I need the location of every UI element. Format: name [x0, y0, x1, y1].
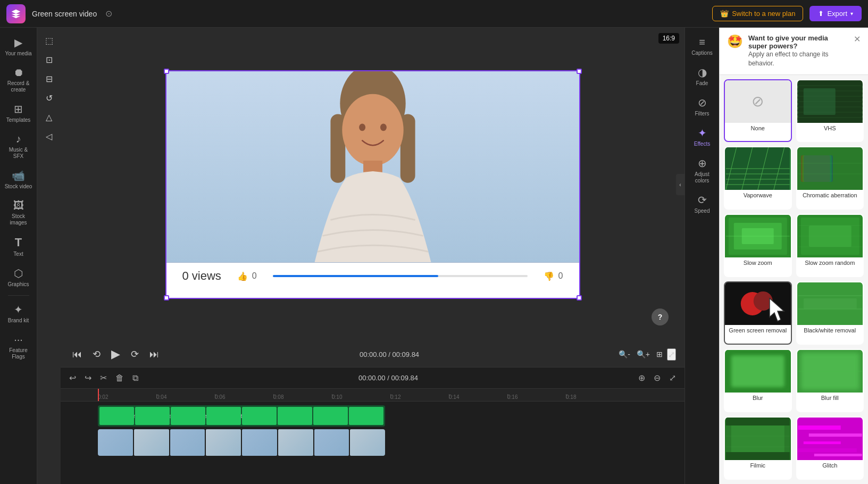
cut-button[interactable]: ✂: [98, 371, 109, 385]
help-bubble[interactable]: ?: [652, 308, 669, 326]
sidebar-item-music[interactable]: ♪ Music & SFX: [2, 129, 36, 164]
effect-slow-zoom[interactable]: Slow zoom: [724, 214, 792, 277]
effect-none[interactable]: ⊘ None: [724, 79, 792, 143]
adjust-colors-icon: ⊕: [698, 157, 707, 170]
graphics-icon: ⬡: [14, 267, 23, 280]
effect-blur-fill[interactable]: Blur fill: [796, 349, 864, 412]
canvas-frame: 0 views 👍 0 👎 0: [165, 70, 580, 299]
sidebar-item-adjust-colors[interactable]: ⊕ Adjust colors: [686, 153, 718, 188]
timeline-playhead: [98, 389, 99, 401]
timeline-ruler[interactable]: 0:02 0:04 0:06 0:08 0:10 0:12 0:14 0:16 …: [61, 389, 685, 402]
handle-bottom-left[interactable]: [164, 295, 169, 301]
dislikes-count: 0: [558, 271, 563, 281]
svg-rect-52: [731, 355, 784, 387]
sidebar-item-label: Speed: [695, 208, 710, 214]
svg-rect-67: [814, 454, 862, 456]
fullscreen-button[interactable]: ⤢: [667, 348, 676, 361]
effect-blur[interactable]: Blur: [724, 349, 792, 412]
effect-glitch[interactable]: Glitch: [796, 416, 864, 480]
delete-button[interactable]: 🗑: [113, 371, 126, 385]
handle-bottom-right[interactable]: [577, 295, 582, 301]
canvas-toolbar: ⬚ ⊡ ⊟ ↺ △ ◁: [37, 28, 61, 484]
tooltip-content: Want to give your media super powers? Ap…: [748, 34, 848, 68]
export-button[interactable]: ⬆ Export ▾: [809, 6, 862, 21]
sidebar-item-record[interactable]: ⏺ Record & create: [2, 62, 36, 97]
dislike-section: 👎 0: [544, 271, 563, 281]
sidebar-item-your-media[interactable]: ▶ Your media: [2, 32, 36, 61]
sidebar-item-brand-kit[interactable]: ✦ Brand kit: [2, 299, 36, 328]
canvas-area: 0 views 👍 0 👎 0: [61, 28, 685, 484]
effect-thumbnail-glitch: [797, 418, 863, 460]
effect-black-white[interactable]: Black/white removal: [796, 281, 864, 345]
save-icon[interactable]: ⊙: [105, 9, 112, 19]
zoom-in-button[interactable]: 🔍+: [635, 348, 652, 361]
svg-rect-57: [726, 418, 790, 425]
effect-filmic[interactable]: Filmic: [724, 416, 792, 480]
close-effects-panel-button[interactable]: ✕: [854, 34, 861, 44]
zoom-out-button[interactable]: 🔍-: [616, 348, 632, 361]
transform-tool-button[interactable]: ◁: [40, 128, 57, 145]
zoom-out-timeline-button[interactable]: ⊖: [652, 371, 663, 385]
effect-label-slow-zoom: Slow zoom: [725, 257, 791, 269]
svg-rect-63: [798, 425, 840, 430]
effect-thumbnail-chromatic: [797, 147, 863, 190]
forward-button[interactable]: ⟳: [128, 346, 142, 362]
sidebar-item-captions[interactable]: ≡ Captions: [686, 32, 718, 61]
sidebar-item-feature-flags[interactable]: ··· Feature Flags: [2, 329, 36, 364]
screen-tool-button[interactable]: ⊟: [40, 70, 57, 87]
sidebar-item-stock-video[interactable]: 📹 Stock video: [2, 165, 36, 194]
sidebar-item-speed[interactable]: ⟳ Speed: [686, 189, 718, 219]
stock-images-icon: 🖼: [13, 199, 24, 212]
fit-button[interactable]: ⊞: [654, 348, 665, 361]
like-section: 👍 0: [237, 271, 257, 281]
svg-marker-46: [770, 298, 784, 321]
effect-label-vhs: VHS: [797, 123, 863, 134]
effect-slow-zoom-random[interactable]: Slow zoom random: [796, 214, 864, 277]
sidebar-item-graphics[interactable]: ⬡ Graphics: [2, 263, 36, 292]
effect-vaporwave[interactable]: Vaporwave: [724, 146, 792, 210]
effect-thumbnail-blur: [725, 350, 791, 393]
effect-label-vaporwave: Vaporwave: [725, 190, 791, 201]
ruler-mark: 0:02: [98, 394, 156, 401]
sidebar-item-fade[interactable]: ◑ Fade: [686, 62, 718, 91]
fit-timeline-button[interactable]: ⤢: [667, 371, 678, 385]
svg-rect-58: [726, 452, 790, 460]
app-logo[interactable]: [6, 4, 26, 23]
ruler-marks: 0:02 0:04 0:06 0:08 0:10 0:12 0:14 0:16 …: [61, 389, 685, 401]
undo-button[interactable]: ↩: [67, 371, 78, 385]
thumbs-down-icon: 👎: [544, 271, 554, 281]
svg-rect-59: [731, 425, 784, 452]
timeline-tracks: 3D animation of a key green screen video…: [61, 402, 685, 484]
track-content-main[interactable]: 3D animation of a key green screen video…: [98, 405, 685, 427]
skip-back-button[interactable]: ⏮: [69, 347, 85, 362]
track-content-video[interactable]: [98, 429, 685, 456]
sidebar-item-text[interactable]: T Text: [2, 231, 36, 262]
effect-label-green-screen: Green screen removal: [725, 325, 791, 336]
rotate-tool-button[interactable]: ↺: [40, 89, 57, 106]
effect-vhs[interactable]: VHS: [796, 79, 864, 143]
canvas-container[interactable]: 0 views 👍 0 👎 0: [61, 28, 685, 341]
crop-tool-button[interactable]: ⊡: [40, 51, 57, 68]
left-sidebar: ▶ Your media ⏺ Record & create ⊞ Templat…: [0, 28, 37, 484]
sidebar-item-filters[interactable]: ⊘ Filters: [686, 92, 718, 121]
switch-plan-button[interactable]: 👑 Switch to a new plan: [712, 6, 803, 21]
skip-forward-button[interactable]: ⏭: [146, 347, 162, 362]
select-tool-button[interactable]: ⬚: [40, 32, 57, 49]
sidebar-item-stock-images[interactable]: 🖼 Stock images: [2, 195, 36, 230]
effects-panel: 🤩 Want to give your media super powers? …: [719, 28, 868, 484]
tooltip-body: Apply an effect to change its behavior.: [748, 50, 848, 68]
collapse-panel-button[interactable]: ‹: [676, 174, 685, 195]
rewind-button[interactable]: ⟲: [89, 346, 104, 362]
sidebar-item-effects[interactable]: ✦ Effects: [686, 122, 718, 152]
effect-green-screen[interactable]: Green screen removal: [724, 281, 792, 345]
zoom-in-timeline-button[interactable]: ⊕: [636, 371, 647, 385]
effect-chromatic[interactable]: Chromatic aberration: [796, 146, 864, 210]
duplicate-button[interactable]: ⧉: [130, 371, 140, 385]
sidebar-item-label: Stock images: [4, 213, 34, 226]
flip-tool-button[interactable]: △: [40, 109, 57, 126]
sidebar-item-templates[interactable]: ⊞ Templates: [2, 98, 36, 128]
redo-button[interactable]: ↪: [82, 371, 94, 385]
captions-icon: ≡: [699, 36, 705, 48]
play-button[interactable]: ▶: [108, 345, 123, 363]
sidebar-item-label: Filters: [695, 111, 709, 117]
